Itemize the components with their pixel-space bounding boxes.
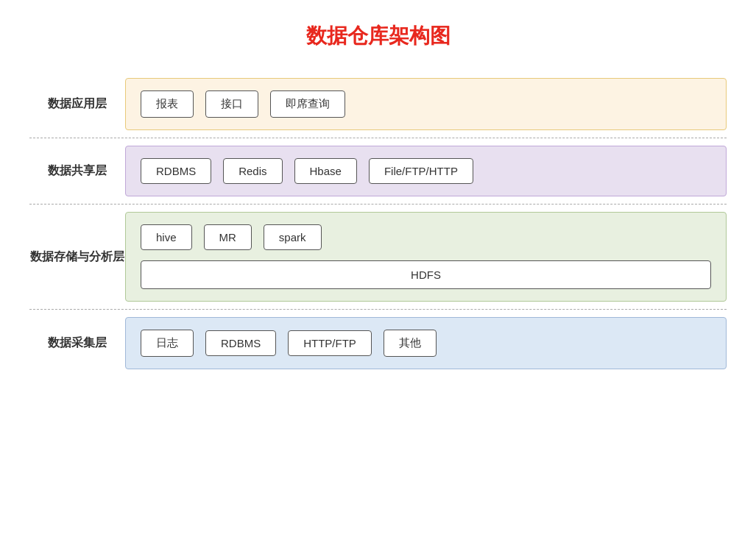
item-MR: MR: [204, 224, 252, 250]
layer-storage-label: 数据存储与分析层: [29, 249, 125, 265]
layer-app: 数据应用层 报表 接口 即席查询: [29, 71, 727, 138]
item-spark: spark: [264, 224, 322, 250]
page-title: 数据仓库架构图: [306, 22, 451, 50]
item-即席查询: 即席查询: [270, 90, 345, 118]
item-其他: 其他: [384, 330, 437, 357]
layer-app-label: 数据应用层: [29, 96, 125, 112]
layer-collect-content: 日志 RDBMS HTTP/FTP 其他: [125, 317, 727, 369]
item-RDBMS-share: RDBMS: [141, 158, 211, 184]
layer-share-content: RDBMS Redis Hbase File/FTP/HTTP: [125, 146, 727, 196]
storage-top-row: hive MR spark: [141, 224, 711, 250]
item-HTTPFTP: HTTP/FTP: [288, 330, 372, 356]
item-HDFS: HDFS: [141, 260, 711, 289]
item-接口: 接口: [205, 90, 258, 118]
diagram-container: 数据应用层 报表 接口 即席查询 数据共享层 RDBMS Redis Hbase…: [29, 71, 727, 377]
item-RDBMS-collect: RDBMS: [205, 330, 276, 356]
layer-collect-label: 数据采集层: [29, 335, 125, 351]
item-Redis: Redis: [223, 158, 282, 184]
item-报表: 报表: [141, 90, 194, 118]
storage-bottom-row: HDFS: [141, 260, 711, 289]
layer-storage: 数据存储与分析层 hive MR spark HDFS: [29, 205, 727, 310]
item-hive: hive: [141, 224, 192, 250]
layer-app-content: 报表 接口 即席查询: [125, 78, 727, 130]
item-日志: 日志: [141, 330, 194, 357]
item-FileFTPHTTP: File/FTP/HTTP: [369, 158, 473, 184]
layer-share-label: 数据共享层: [29, 163, 125, 179]
layer-collect: 数据采集层 日志 RDBMS HTTP/FTP 其他: [29, 310, 727, 377]
item-Hbase: Hbase: [294, 158, 357, 184]
layer-share: 数据共享层 RDBMS Redis Hbase File/FTP/HTTP: [29, 138, 727, 205]
layer-storage-content: hive MR spark HDFS: [125, 212, 727, 302]
